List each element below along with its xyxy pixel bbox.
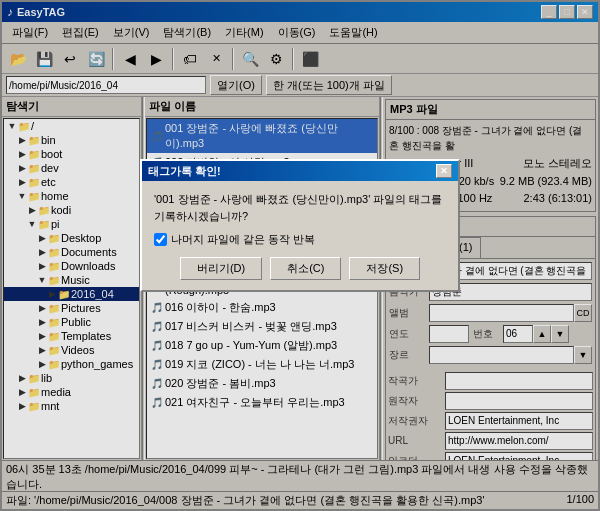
file-name: 017 비스커 비스커 - 벚꽃 앤딩.mp3 (165, 319, 337, 334)
toolbar-untag-btn[interactable]: ✕ (204, 47, 228, 71)
confirm-dialog: 태그가록 확인! ✕ '001 장범준 - 사랑에 빠졌죠 (당신만이).mp3… (140, 159, 460, 292)
tree-label-videos: Videos (61, 344, 94, 356)
id3-genre-dropdown-btn[interactable]: ▼ (574, 346, 592, 364)
path-bar-row: 열기(O) 한 개(또는 100)개 파일 (2, 74, 598, 97)
id3-composer-input[interactable] (445, 372, 593, 390)
toolbar-settings-btn[interactable]: ⚙ (264, 47, 288, 71)
toolbar-stop-btn[interactable]: ⬛ (298, 47, 322, 71)
menu-help[interactable]: 도움말(H) (323, 24, 383, 41)
tree-item-boot[interactable]: ▶📁boot (4, 147, 139, 161)
id3-year-input[interactable] (429, 325, 469, 343)
id3-genre-input[interactable] (429, 346, 574, 364)
tree-item-lib[interactable]: ▶📁lib (4, 371, 139, 385)
tree-item-root[interactable]: ▼📁/ (4, 119, 139, 133)
folder-icon-root: 📁 (18, 121, 30, 132)
dialog-cancel-button[interactable]: 취소(C) (270, 257, 341, 280)
menu-go[interactable]: 이동(G) (272, 24, 322, 41)
close-button[interactable]: ✕ (577, 5, 593, 19)
toolbar-undo-btn[interactable]: ↩ (58, 47, 82, 71)
page-info: 1/100 (566, 493, 594, 508)
tree-item-home[interactable]: ▼📁home (4, 189, 139, 203)
id3-trackno-input[interactable] (503, 325, 533, 343)
file-name: 019 지코 (ZICO) - 너는 나 나는 너.mp3 (165, 357, 354, 372)
mp3-duration-value: 2:43 (6:13:01) (524, 190, 593, 207)
file-item[interactable]: 🎵020 장범준 - 봄비.mp3 (147, 374, 377, 393)
file-item[interactable]: 🎵016 이하이 - 한숨.mp3 (147, 298, 377, 317)
tree-item-2016_04[interactable]: ▶📁2016_04 (4, 287, 139, 301)
tree-label-media: media (41, 386, 71, 398)
id3-url-input[interactable] (445, 432, 593, 450)
dialog-title-text: 태그가록 확인! (148, 164, 221, 179)
per100-button[interactable]: 한 개(또는 100)개 파일 (266, 75, 392, 95)
open-path-button[interactable]: 열기(O) (210, 75, 262, 95)
folder-icon-dev: 📁 (28, 163, 40, 174)
id3-trackno-dn-btn[interactable]: ▼ (551, 325, 569, 343)
tree-item-mnt[interactable]: ▶📁mnt (4, 399, 139, 413)
id3-lyricist-row: 원작자 (388, 392, 593, 410)
tree-item-music[interactable]: ▼📁Music (4, 273, 139, 287)
menu-explorer[interactable]: 탐색기(B) (157, 24, 217, 41)
id3-album-input[interactable] (429, 304, 574, 322)
file-item[interactable]: 🎵017 비스커 비스커 - 벚꽃 앤딩.mp3 (147, 317, 377, 336)
id3-year-row: 연도 번호 ▲ ▼ (389, 325, 592, 343)
folder-icon-kodi: 📁 (38, 205, 50, 216)
toolbar-reload-btn[interactable]: 🔄 (84, 47, 108, 71)
file-name: 018 7 go up - Yum-Yum (알밤).mp3 (165, 338, 337, 353)
toolbar-next-btn[interactable]: ▶ (144, 47, 168, 71)
tree-item-public[interactable]: ▶📁Public (4, 315, 139, 329)
tree-label-downloads: Downloads (61, 260, 115, 272)
tree-item-dev[interactable]: ▶📁dev (4, 161, 139, 175)
tree-label-boot: boot (41, 148, 62, 160)
id3-cd-btn[interactable]: CD (574, 304, 592, 322)
tree-item-bin[interactable]: ▶📁bin (4, 133, 139, 147)
tree-item-pictures[interactable]: ▶📁Pictures (4, 301, 139, 315)
file-list-header: 파일 이름 (145, 97, 379, 117)
tree-item-etc[interactable]: ▶📁etc (4, 175, 139, 189)
file-item[interactable]: 🎵019 지코 (ZICO) - 너는 나 나는 너.mp3 (147, 355, 377, 374)
folder-icon-boot: 📁 (28, 149, 40, 160)
tree-view[interactable]: ▼📁/▶📁bin▶📁boot▶📁dev▶📁etc▼📁home▶📁kodi▼📁pi… (3, 118, 140, 459)
menu-misc[interactable]: 기타(M) (219, 24, 270, 41)
toolbar-save-btn[interactable]: 💾 (32, 47, 56, 71)
folder-icon-templates: 📁 (48, 331, 60, 342)
dialog-repeat-checkbox[interactable] (154, 233, 167, 246)
file-item[interactable]: 🎵001 장범준 - 사랑에 빠졌죠 (당신만이).mp3 (147, 119, 377, 153)
toolbar-open-btn[interactable]: 📂 (6, 47, 30, 71)
minimize-button[interactable]: _ (541, 5, 557, 19)
menu-edit[interactable]: 편집(E) (56, 24, 105, 41)
toolbar-search-btn[interactable]: 🔍 (238, 47, 262, 71)
tree-item-pi[interactable]: ▼📁pi (4, 217, 139, 231)
tree-label-home: home (41, 190, 69, 202)
tree-item-python_games[interactable]: ▶📁python_games (4, 357, 139, 371)
tree-item-desktop[interactable]: ▶📁Desktop (4, 231, 139, 245)
file-item[interactable]: 🎵018 7 go up - Yum-Yum (알밤).mp3 (147, 336, 377, 355)
id3-trackno-up-btn[interactable]: ▲ (533, 325, 551, 343)
tree-item-media[interactable]: ▶📁media (4, 385, 139, 399)
id3-encoder-input[interactable] (445, 452, 593, 461)
tree-item-documents[interactable]: ▶📁Documents (4, 245, 139, 259)
tree-item-templates[interactable]: ▶📁Templates (4, 329, 139, 343)
id3-url-label: URL (388, 435, 443, 446)
tree-item-videos[interactable]: ▶📁Videos (4, 343, 139, 357)
id3-copyright-row: 저작권자 (388, 412, 593, 430)
tree-label-mnt: mnt (41, 400, 59, 412)
dialog-discard-button[interactable]: 버리기(D) (180, 257, 262, 280)
path-input[interactable] (6, 76, 206, 94)
dialog-save-button[interactable]: 저장(S) (349, 257, 420, 280)
mp3-mode: 모노 스테레오 (523, 155, 592, 172)
toolbar-tag-btn[interactable]: 🏷 (178, 47, 202, 71)
folder-icon-mnt: 📁 (28, 401, 40, 412)
dialog-checkbox-label: 나머지 파일에 같은 동작 반복 (171, 232, 315, 247)
menu-file[interactable]: 파일(F) (6, 24, 54, 41)
toolbar-prev-btn[interactable]: ◀ (118, 47, 142, 71)
menu-view[interactable]: 보기(V) (107, 24, 156, 41)
id3-copyright-input[interactable] (445, 412, 593, 430)
id3-composer-label: 작곡가 (388, 374, 443, 388)
tree-item-kodi[interactable]: ▶📁kodi (4, 203, 139, 217)
file-item[interactable]: 🎵021 여자친구 - 오늘부터 우리는.mp3 (147, 393, 377, 412)
tree-item-downloads[interactable]: ▶📁Downloads (4, 259, 139, 273)
dialog-close-button[interactable]: ✕ (436, 164, 452, 178)
id3-lyricist-input[interactable] (445, 392, 593, 410)
app-title: ♪ EasyTAG (7, 5, 65, 19)
maximize-button[interactable]: □ (559, 5, 575, 19)
